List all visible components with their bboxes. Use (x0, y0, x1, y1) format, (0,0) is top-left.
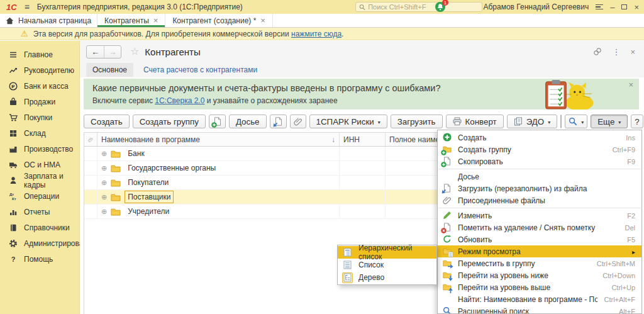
menu-item-load-from-file[interactable]: Загрузить (перезаполнить) из файла (438, 182, 641, 194)
submenu-item-tree[interactable]: Дерево (338, 271, 436, 284)
main-menu-burger-icon[interactable] (25, 3, 30, 11)
search-menu-button[interactable] (565, 115, 587, 128)
menu-item-attached-files[interactable]: Присоединенные файлы (438, 194, 641, 206)
link-icon[interactable] (593, 47, 602, 56)
menu-item-find[interactable]: Найти: Наименование в программе - Постав… (438, 293, 641, 305)
expand-icon[interactable] (101, 164, 107, 172)
close-promo-icon[interactable] (628, 81, 633, 89)
sidebar-item-bank-i-kassa[interactable]: РБанк и касса (0, 78, 79, 94)
attach-column-header[interactable] (84, 133, 97, 146)
name-cell[interactable]: Поставщики (97, 190, 340, 204)
name-cell[interactable]: Покупатели (97, 176, 340, 189)
sverka-link[interactable]: 1С:Сверка 2.0 (155, 96, 204, 105)
paperclip-icon (294, 117, 303, 126)
sidebar-item-glavnoe[interactable]: Главное (0, 47, 79, 62)
load-button[interactable]: Загрузить (391, 115, 443, 128)
menu-item-copy[interactable]: СкопироватьF9 (438, 155, 641, 167)
user-menu-icon[interactable] (596, 3, 603, 11)
help-button[interactable]: ? (631, 115, 643, 128)
sidebar-item-otchety[interactable]: Отчеты (0, 204, 79, 220)
expand-icon[interactable] (101, 193, 107, 201)
global-search-input[interactable] (368, 3, 479, 11)
list-search-input[interactable] (561, 115, 562, 128)
menu-item-refresh[interactable]: ОбновитьF5 (438, 233, 641, 245)
sidebar-item-spravochniki[interactable]: Справочники (0, 220, 79, 235)
close-tab-icon[interactable] (260, 16, 265, 25)
close-page-icon[interactable] (630, 48, 635, 56)
close-tab-icon[interactable] (153, 16, 158, 25)
sidebar-item-os-i-nma[interactable]: ОС и НМА (0, 157, 79, 172)
sidebar-item-pokupki[interactable]: Покупки (0, 109, 79, 125)
load-from-file-button[interactable] (270, 115, 287, 128)
history-nav-buttons (86, 45, 121, 59)
book-icon (8, 223, 18, 232)
back-button[interactable] (87, 46, 104, 58)
current-user-name[interactable]: Абрамов Геннадий Сергеевич (483, 3, 589, 11)
edo-button[interactable]: ЭДО (507, 115, 558, 128)
sidebar-item-zarplata-i-kadry[interactable]: Зарплата и кадры (0, 172, 79, 188)
sidebar-item-administrirovanie[interactable]: Администрирование (0, 235, 79, 251)
expand-icon[interactable] (101, 150, 107, 157)
global-search-box[interactable] (355, 2, 482, 12)
list-search-box[interactable] (560, 115, 562, 128)
briefcase-icon (8, 97, 18, 106)
printer-icon (453, 117, 462, 126)
sidebar-item-operacii[interactable]: ДтКтОперации (0, 188, 79, 204)
copy-button[interactable] (209, 115, 226, 128)
create-group-button[interactable]: Создать группу (133, 115, 206, 128)
copy-page-icon (442, 157, 452, 166)
tab-home[interactable]: Начальная страница (0, 14, 97, 27)
sidebar-item-label: Склад (24, 129, 46, 138)
kebab-menu-icon[interactable] (612, 48, 620, 56)
menu-item-mark-deletion[interactable]: Пометить на удаление / Снять пометкуDel (438, 221, 641, 233)
attach-cell (84, 205, 97, 218)
sidebar-item-label: ОС и НМА (24, 160, 60, 169)
minimize-icon[interactable] (610, 3, 614, 11)
create-button[interactable]: Создать (84, 115, 130, 128)
name-cell[interactable]: Банк (97, 147, 340, 160)
menu-item-create[interactable]: СоздатьIns (438, 132, 641, 143)
menu-item-dossier[interactable]: Досье (438, 171, 641, 182)
name-cell[interactable]: Учредители (97, 205, 340, 218)
envelope-button[interactable]: Конверт (446, 115, 504, 128)
bar-chart-icon (8, 207, 18, 216)
name-cell[interactable]: Государственные органы (97, 161, 340, 175)
menu-item-create-group[interactable]: Создать группуCtrl+F9 (438, 143, 641, 155)
submenu-item-hierarchical-list[interactable]: Иерархический список (338, 246, 436, 259)
menu-item-move-to-group[interactable]: Переместить в группуCtrl+Shift+M (438, 257, 641, 269)
sidebar-item-pomosch[interactable]: ?Помощь (0, 251, 79, 267)
name-column-header[interactable]: Наименование в программе (97, 133, 340, 146)
menu-item-advanced-search[interactable]: Расширенный поискAlt+F (438, 305, 641, 314)
tab-scheta-raschetov[interactable]: Счета расчетов с контрагентами (143, 65, 257, 74)
menu-item-view-mode[interactable]: Режим просмотра (438, 245, 641, 257)
menu-item-level-up[interactable]: Перейти на уровень вышеCtrl+Up (438, 281, 641, 293)
favorite-star-icon[interactable] (130, 47, 139, 57)
maximize-icon[interactable] (621, 4, 627, 9)
dossier-button[interactable]: Досье (229, 115, 267, 128)
forward-button[interactable] (104, 46, 121, 58)
inn-column-header[interactable]: ИНН (340, 133, 386, 146)
sidebar-item-proizvodstvo[interactable]: Производство (0, 141, 79, 157)
tab-kontragent-sozdanie[interactable]: Контрагент (создание) * (165, 14, 273, 27)
spark-risks-button[interactable]: 1СПАРК Риски (309, 115, 387, 128)
menu-item-edit[interactable]: ИзменитьF2 (438, 210, 641, 221)
expand-icon[interactable] (101, 179, 107, 186)
tab-osnovnoe[interactable]: Основное (86, 63, 133, 77)
tab-kontragenty[interactable]: Контрагенты (97, 14, 165, 27)
sidebar-item-sklad[interactable]: Склад (0, 125, 79, 141)
open-windows-tabbar: Начальная страница Контрагенты Контраген… (0, 14, 644, 28)
more-button[interactable]: Еще (591, 115, 628, 128)
sections-sidebar: Главное Руководителю РБанк и касса Прода… (0, 41, 80, 314)
expand-icon[interactable] (101, 208, 107, 215)
menu-item-level-down[interactable]: Перейти на уровень нижеCtrl+Down (438, 269, 641, 281)
flat-list-icon (342, 260, 353, 271)
paperclip-icon (442, 196, 452, 205)
page-nav-tabs: Основное Счета расчетов с контрагентами (80, 62, 644, 77)
sidebar-item-prodazhi[interactable]: Продажи (0, 94, 79, 109)
notifications-bell-icon[interactable]: 1 (435, 2, 445, 12)
attached-files-button[interactable] (290, 115, 306, 128)
sidebar-item-rukovoditelyu[interactable]: Руководителю (0, 62, 79, 78)
close-icon[interactable]: × (634, 3, 639, 11)
buy-commercial-link[interactable]: нажмите сюда (291, 30, 341, 38)
question-icon: ? (8, 254, 18, 264)
